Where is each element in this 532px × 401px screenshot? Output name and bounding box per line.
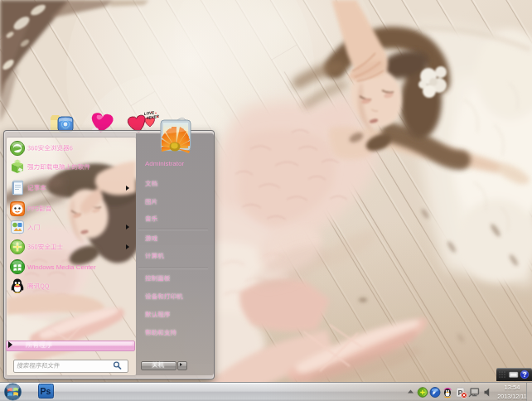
svg-text:?: ?	[522, 370, 526, 379]
svg-text:Ps: Ps	[41, 386, 51, 396]
